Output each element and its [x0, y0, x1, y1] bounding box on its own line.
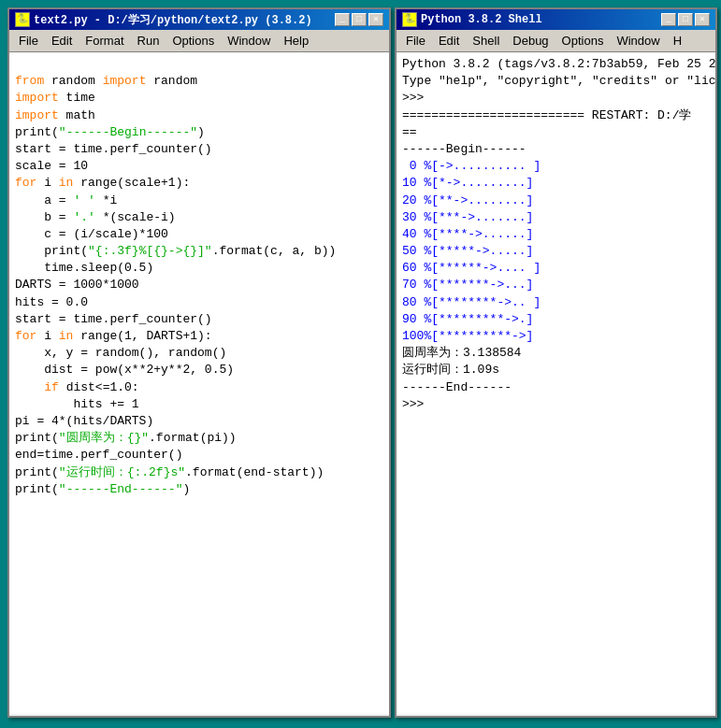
editor-title-buttons: _ □ ✕ — [335, 13, 383, 26]
shell-title-buttons: _ □ ✕ — [661, 13, 710, 26]
editor-icon: 🐍 — [15, 12, 30, 27]
shell-menu-window[interactable]: Window — [611, 32, 665, 50]
shell-menu-file[interactable]: File — [400, 32, 431, 50]
editor-close-btn[interactable]: ✕ — [368, 13, 383, 26]
editor-maximize-btn[interactable]: □ — [352, 13, 367, 26]
shell-window: 🐍 Python 3.8.2 Shell _ □ ✕ File Edit She… — [395, 7, 717, 718]
desktop: 🐍 text2.py - D:/学习/python/text2.py (3.8.… — [0, 0, 721, 728]
editor-window: 🐍 text2.py - D:/学习/python/text2.py (3.8.… — [7, 7, 391, 718]
shell-maximize-btn[interactable]: □ — [678, 13, 693, 26]
editor-menu-edit[interactable]: Edit — [46, 32, 78, 50]
editor-title-bar: 🐍 text2.py - D:/学习/python/text2.py (3.8.… — [9, 9, 389, 30]
shell-icon: 🐍 — [402, 12, 417, 27]
shell-minimize-btn[interactable]: _ — [661, 13, 676, 26]
editor-code-area[interactable]: from random import random import time im… — [9, 52, 389, 714]
shell-title-bar: 🐍 Python 3.8.2 Shell _ □ ✕ — [397, 9, 715, 30]
editor-menu-options[interactable]: Options — [166, 32, 220, 50]
shell-menu-edit[interactable]: Edit — [433, 32, 465, 50]
editor-menu-help[interactable]: Help — [278, 32, 314, 50]
editor-menu-format[interactable]: Format — [79, 32, 129, 50]
editor-minimize-btn[interactable]: _ — [335, 13, 350, 26]
shell-menu-shell[interactable]: Shell — [467, 32, 505, 50]
editor-menu-bar: File Edit Format Run Options Window Help — [9, 30, 389, 52]
shell-output-area[interactable]: Python 3.8.2 (tags/v3.8.2:7b3ab59, Feb 2… — [397, 52, 715, 714]
shell-menu-h[interactable]: H — [668, 32, 687, 50]
editor-menu-file[interactable]: File — [13, 32, 44, 50]
editor-menu-window[interactable]: Window — [222, 32, 276, 50]
shell-title: Python 3.8.2 Shell — [421, 13, 661, 26]
shell-menu-bar: File Edit Shell Debug Options Window H — [397, 30, 715, 52]
shell-menu-debug[interactable]: Debug — [507, 32, 554, 50]
shell-menu-options[interactable]: Options — [556, 32, 610, 50]
editor-title: text2.py - D:/学习/python/text2.py (3.8.2) — [34, 12, 335, 28]
editor-menu-run[interactable]: Run — [132, 32, 166, 50]
shell-close-btn[interactable]: ✕ — [695, 13, 710, 26]
